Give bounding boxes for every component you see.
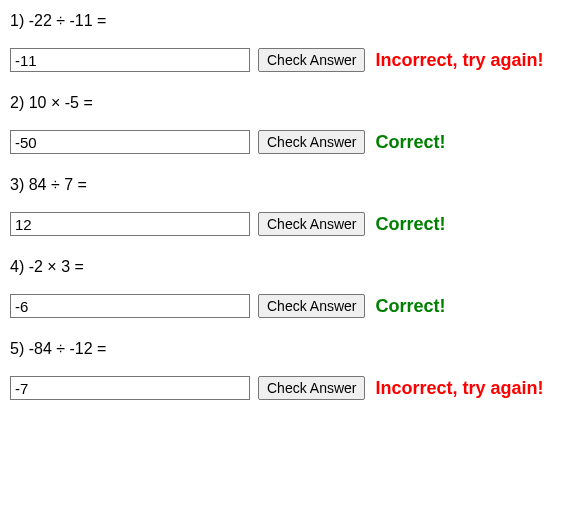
feedback-text: Correct! bbox=[375, 214, 445, 235]
answer-row: Check Answer Correct! bbox=[10, 130, 563, 154]
problem-prompt: 2) 10 × -5 = bbox=[10, 94, 563, 112]
problem-prompt: 1) -22 ÷ -11 = bbox=[10, 12, 563, 30]
check-answer-button[interactable]: Check Answer bbox=[258, 376, 365, 400]
check-answer-button[interactable]: Check Answer bbox=[258, 212, 365, 236]
check-answer-button[interactable]: Check Answer bbox=[258, 48, 365, 72]
problem-1: 1) -22 ÷ -11 = Check Answer Incorrect, t… bbox=[10, 12, 563, 72]
problem-4: 4) -2 × 3 = Check Answer Correct! bbox=[10, 258, 563, 318]
problem-2: 2) 10 × -5 = Check Answer Correct! bbox=[10, 94, 563, 154]
feedback-text: Correct! bbox=[375, 296, 445, 317]
answer-row: Check Answer Correct! bbox=[10, 212, 563, 236]
answer-input[interactable] bbox=[10, 130, 250, 154]
problem-5: 5) -84 ÷ -12 = Check Answer Incorrect, t… bbox=[10, 340, 563, 400]
check-answer-button[interactable]: Check Answer bbox=[258, 294, 365, 318]
problem-prompt: 3) 84 ÷ 7 = bbox=[10, 176, 563, 194]
answer-row: Check Answer Incorrect, try again! bbox=[10, 376, 563, 400]
answer-row: Check Answer Incorrect, try again! bbox=[10, 48, 563, 72]
problem-3: 3) 84 ÷ 7 = Check Answer Correct! bbox=[10, 176, 563, 236]
feedback-text: Incorrect, try again! bbox=[375, 50, 543, 71]
problem-prompt: 4) -2 × 3 = bbox=[10, 258, 563, 276]
check-answer-button[interactable]: Check Answer bbox=[258, 130, 365, 154]
feedback-text: Correct! bbox=[375, 132, 445, 153]
problem-prompt: 5) -84 ÷ -12 = bbox=[10, 340, 563, 358]
feedback-text: Incorrect, try again! bbox=[375, 378, 543, 399]
answer-input[interactable] bbox=[10, 376, 250, 400]
answer-input[interactable] bbox=[10, 212, 250, 236]
answer-input[interactable] bbox=[10, 48, 250, 72]
answer-input[interactable] bbox=[10, 294, 250, 318]
answer-row: Check Answer Correct! bbox=[10, 294, 563, 318]
